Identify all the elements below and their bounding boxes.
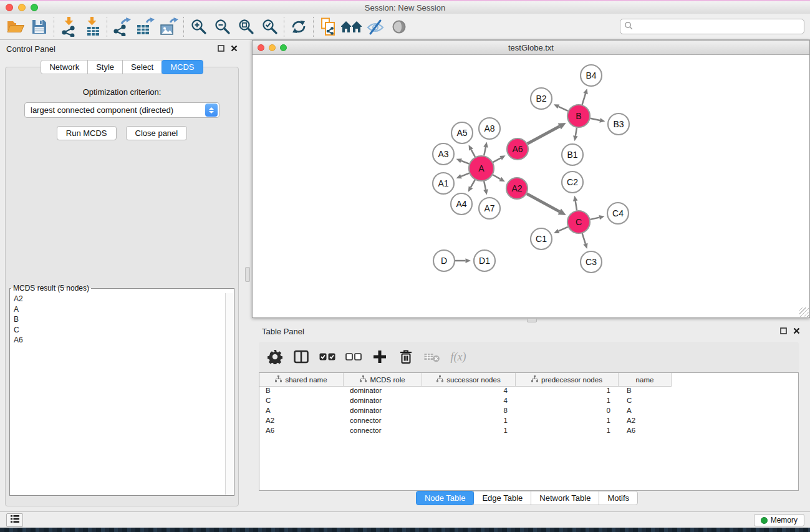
run-mcds-button[interactable]: Run MCDS [57,126,117,140]
status-bar: Memory [0,511,810,528]
window-title: Session: New Session [0,3,810,12]
open-file-icon[interactable] [4,16,27,38]
network-zoom-button[interactable] [280,44,287,51]
graph-edge-A-A5[interactable] [471,150,475,157]
gear-icon[interactable] [266,347,284,366]
zoom-fit-icon[interactable] [234,16,258,38]
tab-motifs[interactable]: Motifs [599,491,638,505]
network-graph: AA1A2A3A4A5A6A7A8BB1B2B3B4CC1C2C3C4DD1 [253,55,809,317]
table-row[interactable]: Adominator80A [259,407,798,417]
split-columns-icon[interactable] [292,347,310,366]
zoom-selected-icon[interactable] [258,16,281,38]
export-image-icon[interactable] [157,16,181,38]
criterion-select[interactable]: largest connected component (directed) [24,102,219,118]
network-close-button[interactable] [258,44,264,51]
result-item[interactable]: B [11,314,224,325]
column-header-shared-name[interactable]: shared name [259,373,344,387]
resize-grip-icon[interactable] [799,307,809,317]
unchecked-boxes-icon[interactable] [345,347,362,366]
add-icon[interactable] [371,347,388,366]
list-icon [10,515,20,525]
criterion-value: largest connected component (directed) [25,105,205,115]
graph-edge-B-B4[interactable] [582,94,586,105]
tab-select[interactable]: Select [122,60,162,74]
tab-style[interactable]: Style [87,60,123,74]
import-table-icon[interactable] [80,16,104,38]
graph-edge-A2-C[interactable] [527,194,559,212]
tab-network[interactable]: Network [41,60,88,74]
graph-edge-A-A4[interactable] [471,180,475,187]
memory-label: Memory [771,516,798,525]
search-field[interactable] [620,19,804,34]
graph-edge-A6-B[interactable] [528,127,559,144]
network-canvas[interactable]: AA1A2A3A4A5A6A7A8BB1B2B3B4CC1C2C3C4DD1 [253,55,809,317]
network-minimize-button[interactable] [269,44,276,51]
delete-table-icon[interactable] [423,347,441,366]
graph-edge-C-C3[interactable] [582,233,586,244]
float-table-panel-icon[interactable] [780,327,787,336]
cell-MCDS-role: dominator [344,387,422,397]
column-header-successor-nodes[interactable]: successor nodes [422,373,516,387]
function-icon[interactable]: f(x) [450,347,467,366]
eye-icon[interactable] [387,16,411,38]
clone-network-icon[interactable] [316,16,340,38]
graph-edge-B-B3[interactable] [591,118,600,120]
graph-edge-A-A2[interactable] [493,175,500,179]
search-input[interactable] [634,21,804,33]
task-history-button[interactable] [6,513,23,527]
graph-edge-A-A8[interactable] [484,147,486,156]
edge-arrowhead [466,258,471,263]
result-item[interactable]: A6 [11,335,224,346]
graph-edge-C-C2[interactable] [576,201,577,210]
zoom-in-icon[interactable] [186,16,210,38]
import-network-icon[interactable] [57,16,80,38]
graph-edge-B-B2[interactable] [559,107,568,111]
trash-icon[interactable] [397,347,415,366]
tab-network-table[interactable]: Network Table [531,491,599,505]
save-session-icon[interactable] [27,16,51,38]
result-item[interactable]: A [11,304,224,315]
cell-shared-name: C [259,397,344,407]
graph-edge-A-A7[interactable] [484,181,486,190]
table-row[interactable]: A6connector11A6 [259,427,798,437]
export-network-icon[interactable] [110,16,133,38]
network-window-titlebar[interactable]: testGlobe.txt [253,41,809,55]
node-table: shared nameMCDS rolesuccessor nodesprede… [259,372,799,491]
result-item[interactable]: C [11,325,224,336]
close-panel-icon[interactable] [231,44,238,54]
refresh-icon[interactable] [287,16,311,38]
graph-edge-A-A1[interactable] [461,173,469,177]
vertical-splitter-grip[interactable] [245,267,250,282]
eye-slash-icon[interactable] [364,16,387,38]
zoom-out-icon[interactable] [210,16,234,38]
node-label-A7: A7 [484,203,494,213]
node-label-B2: B2 [536,94,546,104]
graph-edge-B-B1[interactable] [576,128,577,136]
close-table-panel-icon[interactable] [793,327,800,336]
column-header-MCDS-role[interactable]: MCDS role [344,373,422,387]
table-row[interactable]: Cdominator41C [259,397,798,407]
tab-mcds[interactable]: MCDS [162,60,203,74]
tab-node-table[interactable]: Node Table [416,491,475,505]
table-body: Bdominator41BCdominator41CAdominator80AA… [259,387,798,437]
graph-edge-C-C1[interactable] [559,227,568,231]
memory-button[interactable]: Memory [754,514,804,526]
table-row[interactable]: Bdominator41B [259,387,798,397]
checked-boxes-icon[interactable] [319,347,336,366]
horizontal-splitter-grip[interactable] [527,318,537,322]
export-table-icon[interactable] [133,16,157,38]
column-label: name [636,376,654,384]
node-label-A2: A2 [511,183,522,193]
graph-edge-A-A3[interactable] [461,161,470,164]
close-panel-button[interactable]: Close panel [126,126,188,140]
column-header-predecessor-nodes[interactable]: predecessor nodes [516,373,619,387]
home-icon[interactable] [340,16,364,38]
float-panel-icon[interactable] [218,44,224,54]
result-scrollbar[interactable] [225,293,233,495]
graph-edge-C-C4[interactable] [591,218,600,220]
tab-edge-table[interactable]: Edge Table [473,491,531,505]
graph-edge-A-A6[interactable] [493,158,501,162]
table-row[interactable]: A2connector11A2 [259,417,798,427]
result-item[interactable]: A2 [11,294,224,304]
column-header-name[interactable]: name [619,373,672,387]
